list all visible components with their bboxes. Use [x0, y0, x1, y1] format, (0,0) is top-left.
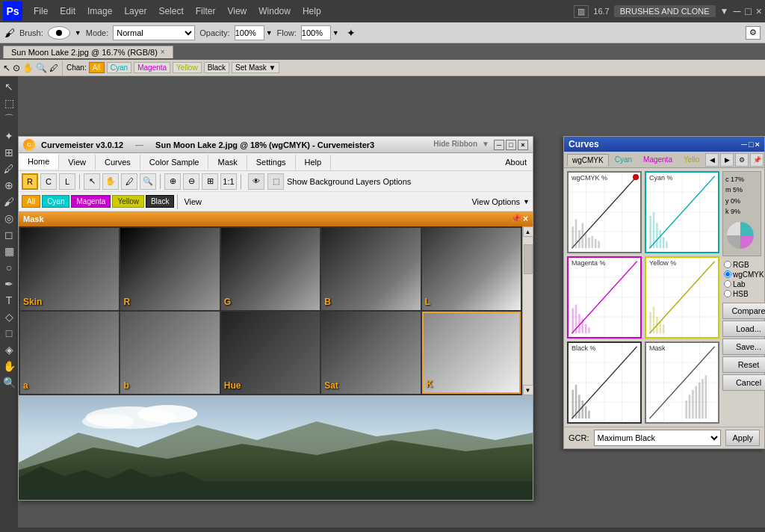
tool-eraser[interactable]: ◻ [1, 227, 16, 242]
brush-tool-icon[interactable]: 🖌 [4, 27, 15, 39]
chan-magenta-btn[interactable]: Magenta [134, 62, 170, 73]
curve-box-cyan[interactable]: Cyan % [645, 171, 719, 253]
radio-rgb[interactable]: RGB [724, 261, 760, 269]
cm-chan-magenta[interactable]: Magenta [71, 195, 111, 208]
cm-nav-view[interactable]: View [59, 155, 96, 170]
mask-cell-sat[interactable]: Sat [321, 312, 420, 394]
mask-cell-skin[interactable]: Skin [20, 228, 119, 310]
menu-view[interactable]: View [222, 4, 252, 19]
cm-tool-fitpage[interactable]: ⊞ [202, 173, 218, 190]
tool-crop[interactable]: ⊞ [1, 145, 16, 160]
cm-tool-lab[interactable]: L [59, 173, 75, 190]
mask-cell-g[interactable]: G [221, 228, 320, 310]
cm-nav-home[interactable]: Home [19, 154, 59, 170]
brushes-clone-dropdown[interactable]: ▼ [720, 6, 729, 16]
cm-mask-icon[interactable]: ⬚ [267, 173, 284, 190]
tool-zoom[interactable]: 🔍 [1, 375, 16, 390]
cm-hide-ribbon[interactable]: Hide Ribbon [433, 140, 477, 150]
mode-select[interactable]: Normal [113, 25, 195, 40]
opacity-arrow[interactable]: ▼ [266, 29, 273, 37]
chan-black-btn[interactable]: Black [204, 62, 229, 73]
curves-tab-magenta[interactable]: Magenta [638, 153, 678, 166]
apply-button[interactable]: Apply [725, 430, 760, 446]
cm-chan-cyan[interactable]: Cyan [42, 195, 69, 208]
document-tab[interactable]: Sun Moon Lake 2.jpg @ 16.7% (RGB/8) × [3, 46, 173, 58]
tool-eyedropper[interactable]: 🖊 [1, 161, 16, 176]
cm-close-btn[interactable]: × [518, 140, 528, 150]
cm-nav-settings[interactable]: Settings [247, 155, 296, 170]
mask-cell-hue[interactable]: Hue [221, 312, 320, 394]
minimize-btn[interactable]: ─ [733, 5, 740, 17]
mask-scrollbar[interactable]: ▲ ▼ [522, 226, 533, 395]
compare-button[interactable]: Compare [722, 303, 765, 319]
tool-gradient[interactable]: ▦ [1, 244, 16, 259]
curves-tab-prev[interactable]: ◀ [705, 153, 719, 167]
tool-path[interactable]: ◇ [1, 309, 16, 324]
curves-restore[interactable]: □ [749, 140, 754, 149]
cm-tool-actual[interactable]: 1:1 [220, 173, 237, 190]
cancel-button[interactable]: Cancel [722, 374, 765, 391]
cm-ribbon-arrow[interactable]: ▼ [482, 140, 489, 150]
curves-pin-btn[interactable]: 📌 [750, 153, 764, 167]
curves-tab-next[interactable]: ▶ [720, 153, 734, 167]
lasso-icon[interactable]: ⊙ [13, 63, 20, 73]
chan-cyan-btn[interactable]: Cyan [107, 62, 131, 73]
eyedropper-icon[interactable]: 🖊 [49, 63, 58, 73]
cm-about[interactable]: About [499, 158, 533, 167]
tool-hand[interactable]: ✋ [1, 359, 16, 374]
cm-restore-btn[interactable]: □ [506, 140, 516, 150]
save-button[interactable]: Save... [722, 338, 765, 355]
tool-select[interactable]: ⬚ [1, 96, 16, 111]
chan-all-btn[interactable]: All [89, 62, 105, 73]
scroll-thumb[interactable] [524, 244, 533, 274]
curves-close[interactable]: × [755, 140, 760, 149]
curves-tab-wgcmyk[interactable]: wgCMYK [567, 154, 609, 166]
cm-tool-magnify[interactable]: 🔍 [140, 173, 156, 190]
curves-options-btn[interactable]: ⚙ [735, 153, 749, 167]
tool-heal[interactable]: ⊕ [1, 178, 16, 193]
cm-view-dropdown[interactable]: ▼ [523, 198, 530, 205]
load-button[interactable]: Load... [722, 321, 765, 337]
cm-tool-zoomin[interactable]: ⊕ [164, 173, 181, 190]
menu-filter[interactable]: Filter [191, 4, 221, 19]
options-icon[interactable]: ⚙ [746, 26, 761, 40]
curves-tab-cyan[interactable]: Cyan [610, 153, 637, 166]
zoom-icon[interactable]: 🔍 [36, 63, 47, 73]
scroll-down-arrow[interactable]: ▼ [523, 385, 533, 395]
cm-tool-hand2[interactable]: ✋ [102, 173, 119, 190]
airbrush-icon[interactable]: ✦ [347, 27, 356, 39]
cm-chan-yellow[interactable]: Yellow [112, 195, 144, 208]
radio-wgcmyk[interactable]: wgCMYK [724, 270, 760, 279]
curve-box-wgcmyk[interactable]: wgCMYK % [567, 171, 642, 253]
scroll-track[interactable] [523, 237, 533, 385]
mask-cell-b2[interactable]: b [120, 312, 219, 394]
radio-hsb[interactable]: HSB [724, 290, 760, 298]
reset-button[interactable]: Reset [722, 356, 765, 373]
cm-eye-icon[interactable]: 👁 [248, 173, 264, 190]
tool-3d[interactable]: ◈ [1, 342, 16, 357]
tool-pen[interactable]: ✒ [1, 276, 16, 291]
menu-help[interactable]: Help [297, 4, 326, 19]
cm-tool-eyedrop[interactable]: 🖊 [121, 173, 137, 190]
curve-box-yellow[interactable]: Yellow % [645, 256, 719, 338]
tool-magic-wand[interactable]: ✦ [1, 129, 16, 143]
curves-tab-yellow[interactable]: Yello [678, 153, 704, 166]
tool-brush[interactable]: 🖌 [1, 194, 16, 209]
curves-minimize[interactable]: ─ [741, 140, 747, 149]
menu-file[interactable]: File [28, 4, 53, 19]
cm-tool-cmyk[interactable]: C [40, 173, 57, 190]
brush-preview[interactable] [48, 26, 70, 40]
cm-tool-rgb[interactable]: R [22, 173, 38, 190]
cm-nav-colorsample[interactable]: Color Sample [140, 155, 209, 170]
cm-tool-zoomout[interactable]: ⊖ [183, 173, 199, 190]
cm-tool-pointer[interactable]: ↖ [84, 173, 100, 190]
curve-picker-wgcmyk[interactable] [633, 174, 639, 180]
tab-close[interactable]: × [161, 48, 165, 56]
opacity-input[interactable] [235, 25, 264, 40]
mask-cell-k[interactable]: K [422, 312, 521, 394]
menu-layer[interactable]: Layer [119, 4, 152, 19]
curve-box-black[interactable]: Black % [567, 341, 642, 424]
mask-cell-r[interactable]: R [120, 228, 219, 310]
scroll-up-arrow[interactable]: ▲ [523, 226, 533, 237]
mask-cell-a[interactable]: a [20, 312, 119, 394]
